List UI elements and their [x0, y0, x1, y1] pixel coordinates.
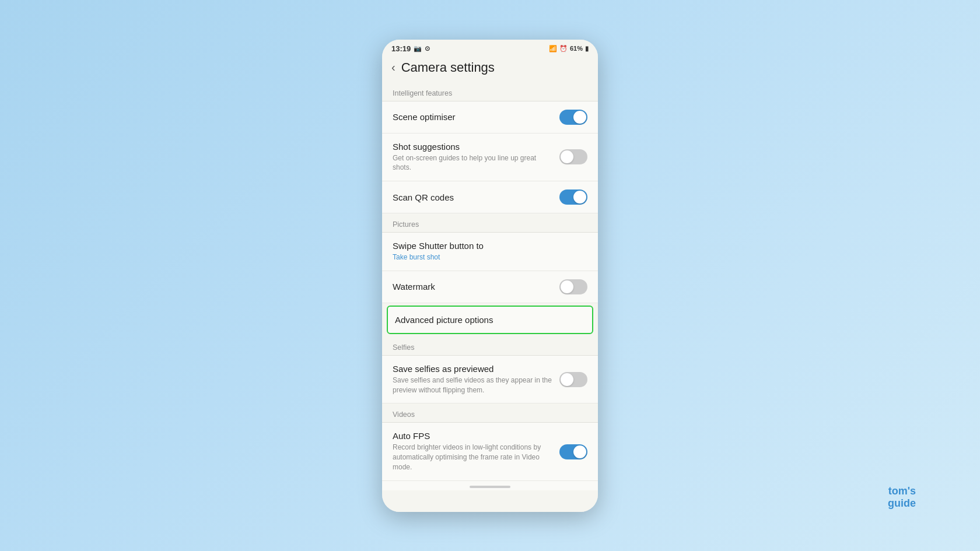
setting-text-advanced-picture: Advanced picture options	[395, 315, 585, 325]
time-display: 13:19	[391, 44, 411, 53]
setting-subtitle-save-selfies: Save selfies and selfie videos as they a…	[393, 375, 552, 395]
setting-row-scene-optimiser[interactable]: Scene optimiser	[382, 101, 598, 134]
toggle-knob-auto-fps	[573, 445, 586, 458]
record-status-icon: ⊙	[425, 45, 430, 52]
setting-text-watermark: Watermark	[393, 282, 559, 292]
setting-title-scan-qr: Scan QR codes	[393, 192, 552, 202]
setting-subtitle-swipe-shutter: Take burst shot	[393, 252, 580, 262]
toggle-save-selfies[interactable]	[559, 372, 587, 387]
setting-text-swipe-shutter: Swipe Shutter button to Take burst shot	[393, 241, 587, 262]
toggle-knob-scene-optimiser	[573, 111, 586, 124]
toggle-shot-suggestions[interactable]	[559, 149, 587, 164]
phone-frame: 13:19 📷 ⊙ 📶 ⏰ 61% ▮ ‹ Camera settings In…	[382, 40, 598, 512]
status-time: 13:19 📷 ⊙	[391, 44, 430, 53]
setting-title-watermark: Watermark	[393, 282, 552, 292]
scroll-indicator	[382, 481, 598, 490]
setting-title-save-selfies: Save selfies as previewed	[393, 364, 552, 374]
status-icons: 📶 ⏰ 61% ▮	[549, 45, 589, 52]
wifi-icon: 📶	[549, 45, 557, 52]
setting-row-advanced-picture[interactable]: Advanced picture options	[387, 306, 593, 334]
toggle-knob-scan-qr	[573, 191, 586, 203]
setting-title-auto-fps: Auto FPS	[393, 431, 552, 441]
setting-row-auto-fps[interactable]: Auto FPS Record brighter videos in low-l…	[382, 423, 598, 480]
toggle-knob-save-selfies	[561, 373, 573, 386]
setting-text-save-selfies: Save selfies as previewed Save selfies a…	[393, 364, 559, 395]
toggle-scene-optimiser[interactable]	[559, 110, 587, 125]
setting-title-advanced-picture: Advanced picture options	[395, 315, 578, 325]
setting-subtitle-auto-fps: Record brighter videos in low-light cond…	[393, 443, 552, 472]
setting-text-scan-qr: Scan QR codes	[393, 192, 559, 202]
toms-guide-line2: guide	[888, 497, 916, 510]
setting-title-shot-suggestions: Shot suggestions	[393, 142, 552, 152]
toms-guide-watermark: tom's guide	[888, 485, 916, 510]
setting-row-save-selfies[interactable]: Save selfies as previewed Save selfies a…	[382, 356, 598, 404]
page-title: Camera settings	[401, 60, 495, 75]
setting-subtitle-shot-suggestions: Get on-screen guides to help you line up…	[393, 153, 552, 173]
section-label-selfies: Selfies	[382, 336, 598, 355]
toms-guide-line1: tom's	[888, 485, 916, 498]
setting-text-scene-optimiser: Scene optimiser	[393, 112, 559, 122]
header: ‹ Camera settings	[382, 55, 598, 82]
back-button[interactable]: ‹	[391, 61, 396, 74]
alarm-icon: ⏰	[559, 45, 568, 52]
section-label-videos: Videos	[382, 403, 598, 422]
battery-percent: 61%	[570, 45, 583, 52]
toggle-scan-qr[interactable]	[559, 189, 587, 205]
toggle-watermark[interactable]	[559, 279, 587, 294]
setting-row-swipe-shutter[interactable]: Swipe Shutter button to Take burst shot	[382, 233, 598, 271]
toggle-knob-watermark	[561, 280, 573, 293]
setting-row-scan-qr[interactable]: Scan QR codes	[382, 181, 598, 213]
setting-row-shot-suggestions[interactable]: Shot suggestions Get on-screen guides to…	[382, 134, 598, 182]
section-label-intelligent: Intelligent features	[382, 82, 598, 101]
setting-text-auto-fps: Auto FPS Record brighter videos in low-l…	[393, 431, 559, 472]
scroll-bar	[470, 486, 510, 488]
toggle-knob-shot-suggestions	[561, 150, 573, 163]
toggle-auto-fps[interactable]	[559, 444, 587, 459]
setting-title-scene-optimiser: Scene optimiser	[393, 112, 552, 122]
battery-icon: ▮	[585, 45, 589, 52]
setting-text-shot-suggestions: Shot suggestions Get on-screen guides to…	[393, 142, 559, 173]
setting-row-watermark[interactable]: Watermark	[382, 271, 598, 303]
setting-title-swipe-shutter: Swipe Shutter button to	[393, 241, 580, 251]
status-bar: 13:19 📷 ⊙ 📶 ⏰ 61% ▮	[382, 40, 598, 55]
camera-status-icon: 📷	[414, 45, 422, 52]
settings-scroll-content[interactable]: Intelligent features Scene optimiser Sho…	[382, 82, 598, 512]
section-label-pictures: Pictures	[382, 213, 598, 232]
